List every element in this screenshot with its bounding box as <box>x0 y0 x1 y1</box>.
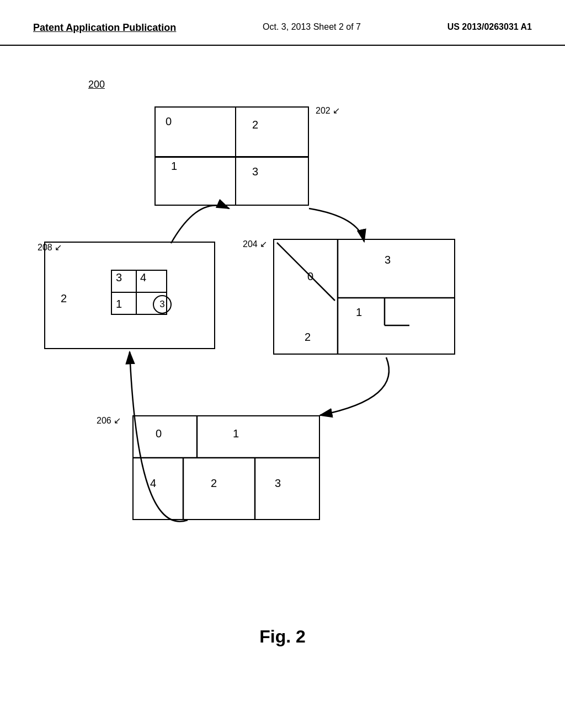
box-204-cell-3: 3 <box>385 254 391 266</box>
box-202-cell-2: 2 <box>252 119 258 131</box>
box-208-svg <box>45 243 216 350</box>
diagram-main-label: 200 <box>88 79 105 90</box>
box-204-cell-2: 2 <box>305 331 311 344</box>
box-208-cell-4: 4 <box>140 271 146 284</box>
box-206-cell-4: 4 <box>150 477 156 490</box>
page-header: Patent Application Publication Oct. 3, 2… <box>0 0 565 46</box>
box-208-circled-3: 3 <box>153 295 172 314</box>
publication-title: Patent Application Publication <box>33 22 176 34</box>
box-206-cell-3: 3 <box>275 477 281 490</box>
box-202-label: 202 ↙ <box>316 105 340 116</box>
box-204-cell-1: 1 <box>356 306 362 319</box>
box-204: 0 1 2 3 <box>273 239 455 355</box>
box-208-cell-2: 2 <box>61 292 67 305</box>
box-208-cell-1: 1 <box>116 298 122 311</box>
diagram-area: 200 0 1 2 3 202 ↙ <box>0 46 565 680</box>
box-206-cell-0: 0 <box>156 427 162 440</box>
box-208-label: 208 ↙ <box>38 242 62 253</box>
box-202-cell-3: 3 <box>252 165 258 178</box>
svg-line-0 <box>277 243 335 301</box>
box-206-cell-2: 2 <box>211 477 217 490</box>
box-208-cell-3: 3 <box>116 271 122 284</box>
box-202-hdiv-left <box>156 156 235 158</box>
box-202-cell-0: 0 <box>166 115 172 128</box>
box-206-cell-1: 1 <box>233 427 239 440</box>
box-202: 0 1 2 3 <box>154 106 309 206</box>
box-206: 0 1 4 2 3 <box>132 415 320 520</box>
box-202-hdiv-right <box>235 156 308 158</box>
box-202-cell-1: 1 <box>171 160 177 173</box>
patent-number: US 2013/0263031 A1 <box>447 22 532 32</box>
box-204-label: 204 ↙ <box>243 239 267 249</box>
sheet-info: Oct. 3, 2013 Sheet 2 of 7 <box>263 22 361 32</box>
figure-label: Fig. 2 <box>259 627 306 647</box>
box-206-label: 206 ↙ <box>97 415 121 426</box>
box-204-cell-0: 0 <box>307 270 313 283</box>
box-208: 2 3 4 1 3 <box>44 242 215 349</box>
box-204-svg <box>274 240 454 354</box>
